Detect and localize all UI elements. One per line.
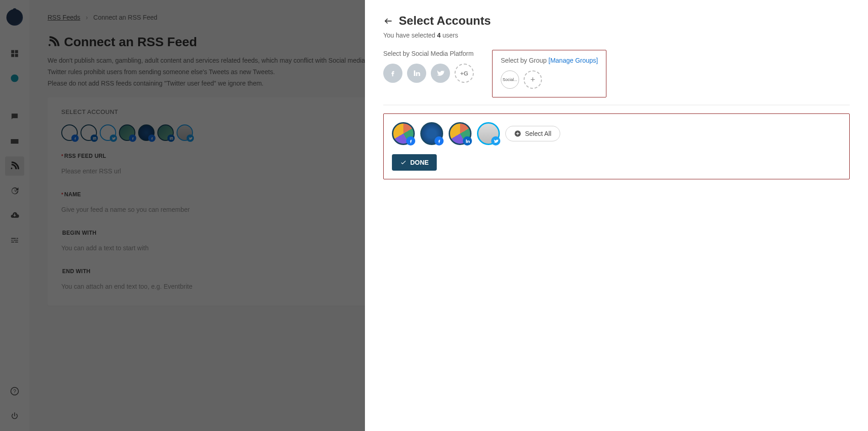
arrow-left-icon (383, 16, 393, 26)
done-button[interactable]: DONE (392, 154, 437, 171)
panel-subtext: You have selected 4 users (383, 32, 850, 39)
select-by-group: Select by Group [Manage Groups] Social..… (492, 50, 606, 97)
account-avatar-4[interactable] (477, 122, 500, 145)
add-group-button[interactable]: + (524, 70, 542, 89)
platform-twitter[interactable] (431, 64, 450, 83)
plus-circle-icon (514, 130, 521, 137)
select-accounts-panel: Select Accounts You have selected 4 user… (365, 0, 868, 431)
sub-suffix: users (443, 32, 458, 39)
account-avatar-2[interactable] (420, 122, 443, 145)
facebook-icon (408, 139, 413, 144)
group-label-row: Select by Group [Manage Groups] (501, 57, 598, 64)
panel-title: Select Accounts (399, 14, 491, 28)
group-label: Select by Group (501, 57, 547, 64)
platform-facebook[interactable] (383, 64, 402, 83)
accounts-selection-box: Select All DONE (383, 113, 850, 179)
platform-label: Select by Social Media Platform (383, 50, 474, 57)
add-platform-button[interactable]: +G (455, 64, 474, 83)
done-label: DONE (410, 159, 429, 166)
facebook-icon (389, 69, 397, 77)
divider (383, 105, 850, 105)
linkedin-icon (413, 69, 421, 77)
account-avatar-3[interactable] (449, 122, 472, 145)
group-chip[interactable]: Social... (501, 70, 519, 89)
manage-groups-link[interactable]: [Manage Groups] (548, 57, 598, 64)
twitter-icon (493, 139, 498, 144)
linkedin-icon (465, 139, 470, 144)
account-avatar-1[interactable] (392, 122, 415, 145)
sub-count: 4 (437, 32, 441, 39)
platform-linkedin[interactable] (407, 64, 426, 83)
select-all-button[interactable]: Select All (505, 126, 560, 141)
sub-prefix: You have selected (383, 32, 435, 39)
select-by-platform: Select by Social Media Platform +G (383, 50, 474, 97)
back-button[interactable] (383, 16, 393, 26)
select-all-label: Select All (525, 130, 552, 137)
check-icon (400, 159, 407, 166)
twitter-icon (436, 69, 445, 77)
facebook-icon (437, 139, 442, 144)
